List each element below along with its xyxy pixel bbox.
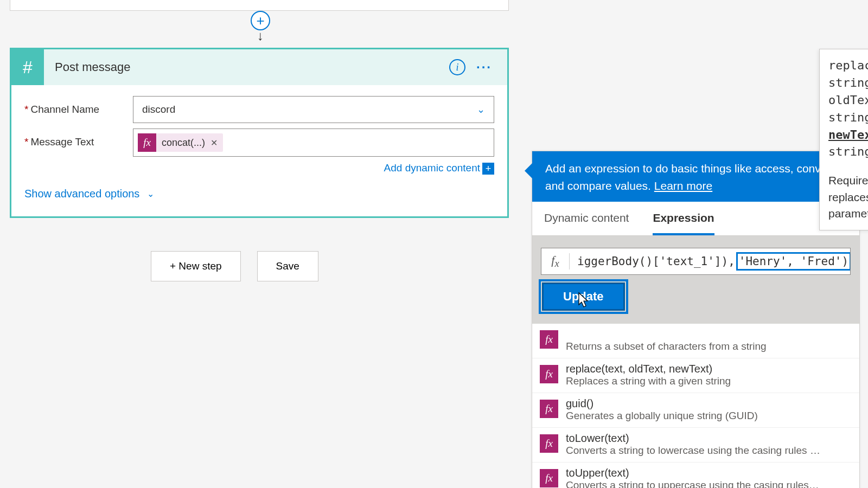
new-step-button[interactable]: + New step xyxy=(151,251,241,281)
arrow-down-icon: ↓ xyxy=(257,29,264,42)
post-message-card: # Post message i ··· *Channel Name disco… xyxy=(10,48,509,218)
plus-square-icon: + xyxy=(482,163,494,175)
plus-icon: + xyxy=(251,11,270,30)
chevron-down-icon: ⌄ xyxy=(147,189,154,199)
add-step-connector[interactable]: + ↓ xyxy=(244,11,277,49)
update-button[interactable]: Update xyxy=(542,282,625,311)
tab-dynamic-content[interactable]: Dynamic content xyxy=(544,202,629,235)
show-advanced-options[interactable]: Show advanced options⌄ xyxy=(24,184,494,206)
channel-name-value: discord xyxy=(142,104,175,115)
flow-buttons: + New step Save xyxy=(151,251,318,281)
function-signature: replace(text, oldText, newText) xyxy=(566,363,731,375)
previous-step-card xyxy=(10,0,509,11)
function-description: Converts a string to uppercase using the… xyxy=(566,479,821,488)
function-description: Returns a subset of characters from a st… xyxy=(566,341,767,352)
add-dynamic-content-link[interactable]: Add dynamic content+ xyxy=(384,162,494,174)
function-signature: toLower(text) xyxy=(566,432,821,445)
expression-input[interactable]: fx iggerBody()['text_1']),'Henry', 'Fred… xyxy=(541,248,851,275)
expression-panel: Add an expression to do basic things lik… xyxy=(532,151,860,488)
panel-tabs: Dynamic content Expression xyxy=(532,202,859,236)
function-item[interactable]: fxtoUpper(text)Converts a string to uppe… xyxy=(532,463,859,488)
function-item[interactable]: fxguid()Generates a globally unique stri… xyxy=(532,393,859,428)
card-body: *Channel Name discord ⌄ *Message Text fx… xyxy=(11,85,507,216)
slack-icon: # xyxy=(11,49,44,85)
function-signature: toUpper(text) xyxy=(566,467,821,479)
function-signature: guid() xyxy=(566,397,758,410)
function-item[interactable]: fxsubstring(text, startIndex, length?)Re… xyxy=(532,324,859,358)
channel-name-label: *Channel Name xyxy=(24,96,133,115)
channel-name-row: *Channel Name discord ⌄ xyxy=(24,96,494,123)
chevron-down-icon: ⌄ xyxy=(477,104,485,115)
expression-input-area: fx iggerBody()['text_1']),'Henry', 'Fred… xyxy=(532,236,859,324)
message-text-row: *Message Text fx concat(...) ✕ xyxy=(24,129,494,157)
more-icon[interactable]: ··· xyxy=(476,60,492,75)
expression-token[interactable]: fx concat(...) ✕ xyxy=(138,133,223,152)
card-header[interactable]: # Post message i ··· xyxy=(11,49,507,85)
highlighted-text: 'Henry', 'Fred') xyxy=(736,252,850,271)
learn-more-link[interactable]: Learn more xyxy=(654,179,712,192)
tab-expression[interactable]: Expression xyxy=(653,202,714,235)
fx-icon: fx xyxy=(541,253,570,269)
fx-icon: fx xyxy=(540,330,558,349)
add-dynamic-content-row: Add dynamic content+ xyxy=(24,162,494,175)
function-description: Replaces a string with a given string xyxy=(566,375,731,387)
channel-name-select[interactable]: discord ⌄ xyxy=(133,96,494,123)
function-list[interactable]: fxsubstring(text, startIndex, length?)Re… xyxy=(532,324,859,488)
message-text-input[interactable]: fx concat(...) ✕ xyxy=(133,129,494,157)
fx-icon: fx xyxy=(540,400,558,418)
token-label: concat(...) xyxy=(156,137,210,149)
parameter-tooltip: replace( string, oldText: string, newTex… xyxy=(819,49,868,230)
fx-icon: fx xyxy=(540,434,558,453)
save-button[interactable]: Save xyxy=(257,251,318,281)
card-title: Post message xyxy=(44,60,449,74)
info-icon[interactable]: i xyxy=(449,59,465,75)
function-description: Converts a string to lowercase using the… xyxy=(566,445,821,457)
function-item[interactable]: fxreplace(text, oldText, newText)Replace… xyxy=(532,358,859,393)
fx-icon: fx xyxy=(540,365,558,383)
expression-text: iggerBody()['text_1']),'Henry', 'Fred') xyxy=(570,252,850,271)
message-text-label: *Message Text xyxy=(24,129,133,148)
function-item[interactable]: fxtoLower(text)Converts a string to lowe… xyxy=(532,428,859,463)
function-description: Generates a globally unique string (GUID… xyxy=(566,410,758,422)
fx-icon: fx xyxy=(138,133,156,152)
token-remove-icon[interactable]: ✕ xyxy=(210,138,223,148)
fx-icon: fx xyxy=(540,469,558,487)
expression-description: Add an expression to do basic things lik… xyxy=(532,151,859,202)
